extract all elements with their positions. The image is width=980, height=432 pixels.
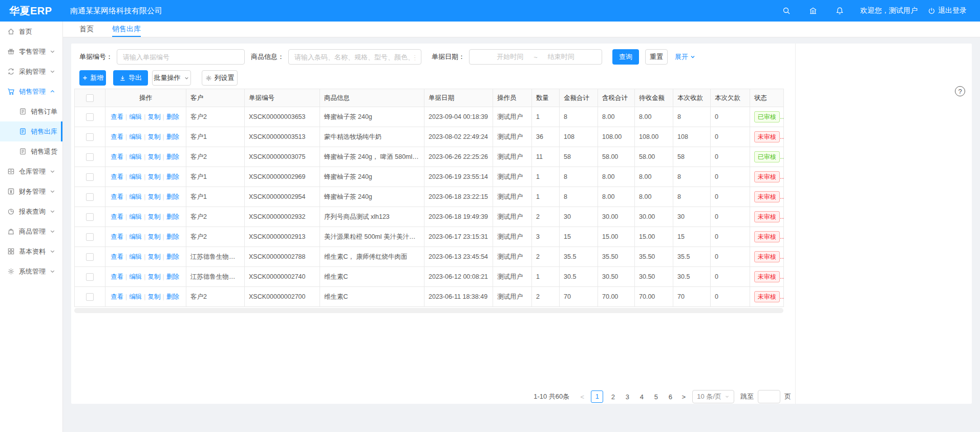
batch-actions-button[interactable]: 批量操作 bbox=[152, 70, 191, 86]
cell-qty: 1 bbox=[532, 167, 560, 187]
copy-link[interactable]: 复制 bbox=[148, 133, 161, 140]
cell-qty: 11 bbox=[532, 147, 560, 167]
view-link[interactable]: 查看 bbox=[111, 293, 123, 300]
page-number-3[interactable]: 3 bbox=[623, 393, 632, 401]
next-page-button[interactable]: > bbox=[679, 393, 688, 401]
row-select-cell bbox=[75, 227, 105, 247]
cell-amount: 30.5 bbox=[560, 267, 598, 287]
view-link[interactable]: 查看 bbox=[111, 133, 123, 140]
sidebar-item-零售管理[interactable]: 零售管理 bbox=[0, 42, 62, 61]
sidebar-item-系统管理[interactable]: 系统管理 bbox=[0, 261, 62, 281]
cell-operator: 测试用户 bbox=[493, 167, 532, 187]
expand-link[interactable]: 展开 bbox=[675, 52, 696, 61]
copy-link[interactable]: 复制 bbox=[148, 113, 161, 120]
delete-link[interactable]: 删除 bbox=[166, 273, 179, 280]
cell-bill_no: XSCK00000002788 bbox=[245, 247, 320, 267]
sidebar-item-销售出库[interactable]: 销售出库 bbox=[0, 121, 62, 141]
edit-link[interactable]: 编辑 bbox=[129, 213, 142, 220]
row-checkbox[interactable] bbox=[86, 113, 94, 121]
row-checkbox[interactable] bbox=[86, 233, 94, 241]
bill-no-input[interactable] bbox=[117, 49, 245, 65]
edit-link[interactable]: 编辑 bbox=[129, 293, 142, 300]
page-number-1[interactable]: 1 bbox=[591, 390, 603, 403]
column-settings-button[interactable]: 列设置 bbox=[202, 70, 238, 86]
help-icon[interactable]: ? bbox=[955, 86, 965, 96]
sidebar-item-仓库管理[interactable]: 仓库管理 bbox=[0, 161, 62, 181]
row-checkbox[interactable] bbox=[86, 273, 94, 281]
sidebar-item-商品管理[interactable]: 商品管理 bbox=[0, 221, 62, 241]
edit-link[interactable]: 编辑 bbox=[129, 133, 142, 140]
row-checkbox[interactable] bbox=[86, 293, 94, 301]
horizontal-scrollbar[interactable] bbox=[74, 308, 783, 313]
tab-home[interactable]: 首页 bbox=[79, 22, 94, 37]
copy-link[interactable]: 复制 bbox=[148, 193, 161, 200]
view-link[interactable]: 查看 bbox=[111, 153, 123, 160]
add-button[interactable]: 新增 bbox=[79, 70, 106, 86]
tab-sales-outbound[interactable]: 销售出库 bbox=[112, 22, 141, 37]
edit-link[interactable]: 编辑 bbox=[129, 253, 142, 260]
sidebar-item-销售退货[interactable]: 销售退货 bbox=[0, 141, 62, 161]
bank-icon[interactable] bbox=[809, 7, 817, 15]
page-size-select[interactable]: 10 条/页 bbox=[692, 390, 734, 403]
prev-page-button[interactable]: < bbox=[578, 393, 587, 401]
copy-link[interactable]: 复制 bbox=[148, 173, 161, 180]
view-link[interactable]: 查看 bbox=[111, 273, 123, 280]
select-all-checkbox[interactable] bbox=[86, 94, 94, 102]
row-checkbox[interactable] bbox=[86, 153, 94, 161]
page-number-2[interactable]: 2 bbox=[608, 393, 617, 401]
delete-link[interactable]: 删除 bbox=[166, 133, 179, 140]
product-info-input[interactable] bbox=[288, 49, 421, 65]
row-checkbox[interactable] bbox=[86, 173, 94, 181]
copy-link[interactable]: 复制 bbox=[148, 213, 161, 220]
delete-link[interactable]: 删除 bbox=[166, 213, 179, 220]
bell-icon[interactable] bbox=[836, 7, 844, 15]
delete-link[interactable]: 删除 bbox=[166, 153, 179, 160]
reset-button[interactable]: 重置 bbox=[645, 49, 668, 65]
copy-link[interactable]: 复制 bbox=[148, 293, 161, 300]
delete-link[interactable]: 删除 bbox=[166, 193, 179, 200]
copy-link[interactable]: 复制 bbox=[148, 153, 161, 160]
delete-link[interactable]: 删除 bbox=[166, 253, 179, 260]
sidebar-item-基本资料[interactable]: 基本资料 bbox=[0, 241, 62, 261]
view-link[interactable]: 查看 bbox=[111, 233, 123, 240]
logout-button[interactable]: 退出登录 bbox=[928, 6, 967, 15]
cell-tax_total: 35.50 bbox=[598, 247, 635, 267]
sidebar-item-报表查询[interactable]: 报表查询 bbox=[0, 201, 62, 221]
sidebar-item-财务管理[interactable]: 财务管理 bbox=[0, 181, 62, 201]
delete-link[interactable]: 删除 bbox=[166, 293, 179, 300]
page-number-5[interactable]: 5 bbox=[651, 393, 661, 401]
copy-link[interactable]: 复制 bbox=[148, 253, 161, 260]
sidebar-item-首页[interactable]: 首页 bbox=[0, 22, 62, 42]
sidebar-item-采购管理[interactable]: 采购管理 bbox=[0, 61, 62, 81]
export-button[interactable]: 导出 bbox=[113, 70, 148, 86]
row-checkbox[interactable] bbox=[86, 133, 94, 141]
copy-link[interactable]: 复制 bbox=[148, 233, 161, 240]
delete-link[interactable]: 删除 bbox=[166, 173, 179, 180]
view-link[interactable]: 查看 bbox=[111, 113, 123, 120]
search-button[interactable]: 查询 bbox=[612, 49, 639, 65]
delete-link[interactable]: 删除 bbox=[166, 233, 179, 240]
date-range-picker[interactable]: 开始时间 ~ 结束时间 bbox=[469, 49, 602, 65]
jump-to-input[interactable] bbox=[758, 390, 780, 403]
edit-link[interactable]: 编辑 bbox=[129, 193, 142, 200]
page-number-6[interactable]: 6 bbox=[666, 393, 675, 401]
row-checkbox[interactable] bbox=[86, 213, 94, 221]
edit-link[interactable]: 编辑 bbox=[129, 233, 142, 240]
page-number-4[interactable]: 4 bbox=[637, 393, 646, 401]
sidebar-item-销售订单[interactable]: 销售订单 bbox=[0, 101, 62, 121]
view-link[interactable]: 查看 bbox=[111, 253, 123, 260]
copy-link[interactable]: 复制 bbox=[148, 273, 161, 280]
view-link[interactable]: 查看 bbox=[111, 193, 123, 200]
view-link[interactable]: 查看 bbox=[111, 213, 123, 220]
cell-operator: 测试用户 bbox=[493, 127, 532, 147]
edit-link[interactable]: 编辑 bbox=[129, 273, 142, 280]
row-checkbox[interactable] bbox=[86, 193, 94, 201]
delete-link[interactable]: 删除 bbox=[166, 113, 179, 120]
edit-link[interactable]: 编辑 bbox=[129, 113, 142, 120]
sidebar-item-销售管理[interactable]: 销售管理 bbox=[0, 81, 62, 101]
view-link[interactable]: 查看 bbox=[111, 173, 123, 180]
row-checkbox[interactable] bbox=[86, 253, 94, 261]
search-icon[interactable] bbox=[782, 7, 791, 15]
edit-link[interactable]: 编辑 bbox=[129, 173, 142, 180]
edit-link[interactable]: 编辑 bbox=[129, 153, 142, 160]
